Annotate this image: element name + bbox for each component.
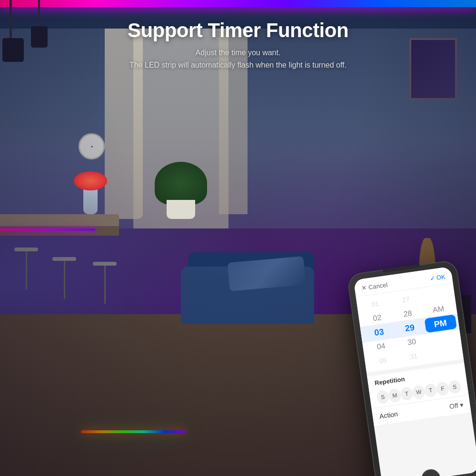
ok-label: OK — [436, 273, 446, 281]
action-current-value: Off — [449, 402, 458, 410]
day-tue[interactable]: T — [400, 387, 414, 401]
page-title: Support Timer Function — [0, 19, 476, 42]
day-mon[interactable]: M — [388, 388, 402, 403]
subtitle-line1: Adjust the time you want. — [196, 49, 281, 57]
action-label: Action — [379, 410, 398, 420]
cancel-button[interactable]: ✕ Cancel — [361, 281, 388, 292]
bar-counter-front — [0, 226, 119, 236]
day-sun[interactable]: S — [376, 390, 390, 405]
cancel-icon: ✕ — [361, 284, 367, 292]
floor-led-strip — [81, 430, 186, 433]
day-wed[interactable]: W — [412, 385, 426, 399]
plant-pot — [167, 200, 195, 219]
cancel-label: Cancel — [368, 281, 388, 291]
action-value[interactable]: Off ▾ — [449, 401, 464, 410]
text-overlay: Support Timer Function Adjust the time y… — [0, 19, 476, 71]
ok-icon: ✓ — [429, 275, 436, 282]
time-picker[interactable]: 01 02 03 04 05 27 28 29 30 31 — [356, 283, 464, 372]
bar-stool-1 — [14, 248, 38, 289]
ok-button[interactable]: ✓ OK — [429, 273, 446, 282]
bar-stool-3 — [93, 262, 117, 304]
action-chevron-icon: ▾ — [459, 401, 464, 409]
bar-led-strip — [0, 228, 95, 231]
bar-stool-2 — [52, 257, 76, 299]
ceiling-led-strip — [0, 0, 476, 7]
picker-columns: 01 02 03 04 05 27 28 29 30 31 — [356, 286, 463, 370]
flowers — [74, 171, 107, 190]
wall-clock — [79, 133, 105, 159]
day-thu[interactable]: T — [424, 383, 437, 398]
day-sat[interactable]: S — [448, 379, 462, 394]
subtitle-line2: The LED strip will automatically flash w… — [129, 61, 347, 69]
day-fri[interactable]: F — [436, 381, 450, 396]
plant-leaves — [155, 162, 207, 205]
phone-screen: ✕ Cancel ✓ OK 01 02 03 04 — [354, 267, 476, 476]
subtitle: Adjust the time you want. The LED strip … — [0, 47, 476, 71]
